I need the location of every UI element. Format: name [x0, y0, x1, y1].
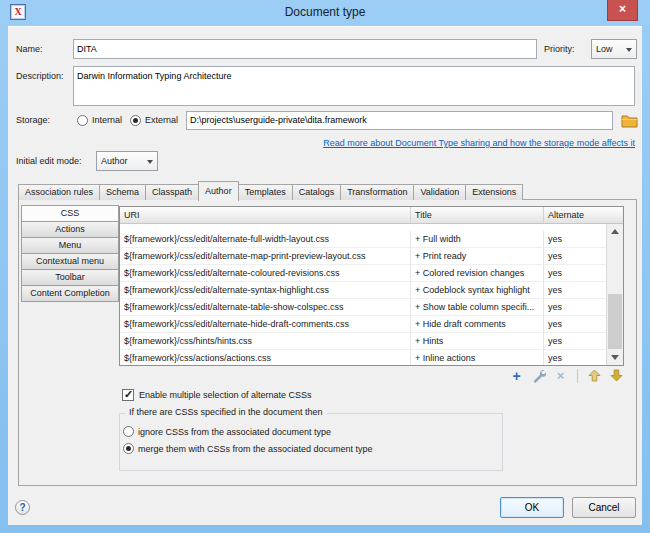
css-group-options: ignore CSSs from the associated document… — [120, 414, 502, 454]
wrench-icon — [532, 369, 546, 383]
storage-radio-internal[interactable]: Internal — [77, 115, 122, 126]
css-policy-group: If there are CSSs specified in the docum… — [119, 413, 503, 471]
css-table-toolbar: + × — [509, 368, 624, 384]
radio-icon — [123, 426, 134, 437]
side-tab-actions[interactable]: Actions — [21, 221, 119, 238]
toolbar-separator — [577, 369, 578, 383]
tab-bar: Association rulesSchemaClasspathAuthorTe… — [18, 180, 522, 200]
arrow-down-icon — [610, 369, 623, 382]
side-tab-css[interactable]: CSS — [21, 205, 119, 222]
css-table-header: URI Title Alternate — [120, 207, 623, 224]
tab-validation[interactable]: Validation — [413, 184, 466, 200]
multi-select-checkbox[interactable] — [122, 389, 134, 401]
chevron-down-icon — [626, 48, 632, 52]
move-up-button[interactable] — [587, 369, 602, 384]
storage-path-input[interactable] — [186, 111, 613, 130]
cell-title: + Show table column specifi... — [411, 299, 544, 316]
arrow-up-icon — [588, 369, 601, 382]
delete-button[interactable]: × — [553, 369, 568, 384]
document-type-dialog: X Document type × Name: Priority: Low De… — [0, 0, 650, 533]
storage-options: InternalExternal — [77, 115, 178, 126]
multi-select-label: Enable multiple selection of alternate C… — [139, 390, 312, 400]
table-row[interactable]: ${framework}/css/hints/hints.css+ Hintsy… — [120, 333, 606, 350]
help-button[interactable]: ? — [15, 500, 30, 515]
chevron-down-icon — [147, 160, 153, 164]
priority-value: Low — [596, 44, 613, 54]
edit-button[interactable] — [531, 369, 546, 384]
ok-button[interactable]: OK — [500, 497, 564, 518]
cell-alternate: yes — [544, 265, 606, 282]
tab-extensions[interactable]: Extensions — [465, 184, 523, 200]
tab-transformation[interactable]: Transformation — [340, 184, 414, 200]
cell-title: + Hide draft comments — [411, 316, 544, 333]
priority-select[interactable]: Low — [591, 39, 637, 59]
table-row[interactable]: ${framework}/css/edit/alternate-full-wid… — [120, 231, 606, 248]
column-header-title[interactable]: Title — [411, 207, 544, 223]
table-row[interactable]: ${framework}/css_classed/dita.css'Old' C… — [120, 224, 606, 231]
cell-uri: ${framework}/css/edit/alternate-syntax-h… — [120, 282, 411, 299]
cell-alternate: yes — [544, 299, 606, 316]
app-icon: X — [10, 4, 26, 20]
priority-label: Priority: — [544, 39, 575, 59]
table-row[interactable]: ${framework}/css/edit/alternate-syntax-h… — [120, 282, 606, 299]
author-tab-panel: CSSActionsMenuContextual menuToolbarCont… — [18, 199, 637, 486]
initial-edit-mode-value: Author — [101, 156, 128, 166]
scrollbar-thumb[interactable] — [608, 294, 622, 349]
scroll-up-button[interactable] — [607, 224, 623, 239]
radio-icon — [77, 115, 88, 126]
cell-title: + Print ready — [411, 248, 544, 265]
side-tab-menu[interactable]: Menu — [21, 237, 119, 254]
radio-label: Internal — [92, 115, 122, 125]
close-button[interactable]: × — [607, 0, 638, 21]
cell-title: + Colored revision changes — [411, 265, 544, 282]
cell-title: + Full width — [411, 231, 544, 248]
move-down-button[interactable] — [609, 369, 624, 384]
tab-classpath[interactable]: Classpath — [145, 184, 199, 200]
tab-association-rules[interactable]: Association rules — [18, 184, 100, 200]
cell-alternate: yes — [544, 333, 606, 350]
column-header-alternate[interactable]: Alternate — [544, 207, 623, 223]
table-row[interactable]: ${framework}/css/edit/alternate-map-prin… — [120, 248, 606, 265]
tab-author[interactable]: Author — [198, 181, 239, 201]
side-tab-list: CSSActionsMenuContextual menuToolbarCont… — [21, 205, 119, 302]
cell-alternate: yes — [544, 248, 606, 265]
name-label: Name: — [16, 39, 43, 59]
add-button[interactable]: + — [509, 369, 524, 384]
tab-templates[interactable]: Templates — [238, 184, 293, 200]
table-row[interactable]: ${framework}/css/edit/alternate-coloured… — [120, 265, 606, 282]
cell-alternate: yes — [544, 350, 606, 365]
column-header-uri[interactable]: URI — [120, 207, 411, 223]
cancel-button[interactable]: Cancel — [572, 497, 636, 518]
cell-alternate: yes — [544, 282, 606, 299]
multi-select-row: Enable multiple selection of alternate C… — [122, 389, 312, 401]
initial-edit-mode-select[interactable]: Author — [96, 151, 158, 171]
radio-icon — [130, 115, 141, 126]
cell-uri: ${framework}/css/edit/alternate-hide-dra… — [120, 316, 411, 333]
storage-sharing-link[interactable]: Read more about Document Type sharing an… — [323, 138, 635, 148]
side-tab-contextual-menu[interactable]: Contextual menu — [21, 253, 119, 270]
tab-schema[interactable]: Schema — [99, 184, 146, 200]
side-tab-content-completion[interactable]: Content Completion — [21, 285, 119, 302]
cell-title: + Codeblock syntax highlight — [411, 282, 544, 299]
window-title: Document type — [60, 5, 590, 19]
radio-label: External — [145, 115, 178, 125]
folder-browse-icon[interactable] — [621, 113, 638, 128]
css-policy-radio-1[interactable]: merge them with CSSs from the associated… — [123, 443, 502, 454]
name-input[interactable] — [73, 39, 537, 59]
description-textarea[interactable]: Darwin Information Typing Architecture — [73, 66, 635, 106]
scroll-down-button[interactable] — [607, 350, 623, 365]
css-policy-radio-0[interactable]: ignore CSSs from the associated document… — [123, 426, 502, 437]
radio-icon — [123, 443, 134, 454]
cell-uri: ${framework}/css/edit/alternate-map-prin… — [120, 248, 411, 265]
cell-uri: ${framework}/css/edit/alternate-table-sh… — [120, 299, 411, 316]
storage-label: Storage: — [16, 110, 50, 130]
side-tab-toolbar[interactable]: Toolbar — [21, 269, 119, 286]
table-row[interactable]: ${framework}/css/actions/actions.css+ In… — [120, 350, 606, 365]
vertical-scrollbar — [606, 224, 623, 365]
cell-uri: ${framework}/css/actions/actions.css — [120, 350, 411, 365]
table-row[interactable]: ${framework}/css/edit/alternate-table-sh… — [120, 299, 606, 316]
table-row[interactable]: ${framework}/css/edit/alternate-hide-dra… — [120, 316, 606, 333]
storage-radio-external[interactable]: External — [130, 115, 178, 126]
tab-catalogs[interactable]: Catalogs — [292, 184, 342, 200]
cell-title: + Hints — [411, 333, 544, 350]
